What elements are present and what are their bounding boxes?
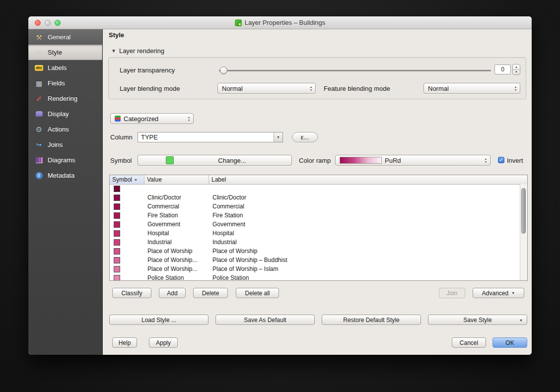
category-color-swatch[interactable] <box>114 203 120 210</box>
table-row[interactable]: CommercialCommercial <box>110 202 527 211</box>
category-color-swatch[interactable] <box>114 230 120 237</box>
window-title: Layer Properties – Buildings <box>245 19 326 26</box>
sidebar-item-label: Rendering <box>48 95 77 102</box>
sidebar-item-labels[interactable]: abc Labels <box>28 60 102 75</box>
sidebar-item-style[interactable]: ✐ Style <box>28 45 102 60</box>
stepper-up-icon[interactable]: ▲ <box>513 65 520 70</box>
category-color-swatch[interactable] <box>114 239 120 246</box>
layer-rendering-section-header[interactable]: ▼ Layer rendering <box>111 47 164 55</box>
stepper-down-icon[interactable]: ▼ <box>513 70 520 75</box>
sidebar-item-label: Diagrams <box>48 156 75 164</box>
expression-builder-button[interactable]: ε... <box>292 132 318 142</box>
feature-blending-mode-select[interactable]: Normal ▲▼ <box>423 83 520 94</box>
table-row[interactable]: Place of Worship...Place of Worship – Is… <box>110 264 527 273</box>
category-color-swatch[interactable] <box>114 186 120 192</box>
transparency-stepper[interactable]: ▲ ▼ <box>512 64 520 75</box>
header-symbol[interactable]: Symbol ▼ <box>110 175 144 184</box>
apply-button[interactable]: Apply <box>149 337 178 348</box>
sidebar-item-fields[interactable]: ▦ Fields <box>28 75 102 91</box>
load-style-button[interactable]: Load Style ... <box>109 315 209 325</box>
category-color-swatch[interactable] <box>114 248 120 255</box>
table-row[interactable] <box>110 184 527 193</box>
sidebar-item-actions[interactable]: ⚙ Actions <box>28 122 102 137</box>
sidebar-item-general[interactable]: ⚒ General <box>28 29 102 45</box>
sidebar-item-rendering[interactable]: ✐ Rendering <box>28 91 102 106</box>
layer-rendering-group: Layer transparency 0 ▲ ▼ Layer blending … <box>108 57 526 99</box>
titlebar[interactable]: Layer Properties – Buildings <box>28 16 532 29</box>
transparency-value-field[interactable]: 0 <box>494 65 511 74</box>
layer-transparency-slider[interactable] <box>219 65 491 75</box>
color-ramp-value: PuRd <box>385 157 401 164</box>
renderer-type-select[interactable]: Categorized ▲▼ <box>110 113 194 124</box>
category-color-swatch[interactable] <box>114 275 120 281</box>
table-row[interactable]: Fire StationFire Station <box>110 211 527 220</box>
delete-button[interactable]: Delete <box>193 288 228 298</box>
invert-label: Invert <box>507 155 523 166</box>
symbol-change-button[interactable]: Change... <box>138 155 292 166</box>
layer-blending-mode-select[interactable]: Normal ▲▼ <box>217 83 316 94</box>
table-row[interactable]: Police StationPolice Station <box>110 273 527 280</box>
header-label[interactable]: Label <box>209 175 527 184</box>
column-label: Column <box>110 132 133 142</box>
category-symbol-cell <box>110 257 144 263</box>
save-style-button[interactable]: Save Style ▼ <box>428 315 527 325</box>
category-symbol-cell <box>110 195 144 201</box>
category-label: Place of Worship <box>209 248 527 255</box>
category-label: Hospital <box>209 230 527 237</box>
column-select[interactable]: TYPE ▼ <box>138 132 283 142</box>
category-color-swatch[interactable] <box>114 221 120 228</box>
sidebar-item-label: Display <box>48 110 69 118</box>
header-value[interactable]: Value <box>144 175 209 184</box>
sidebar-item-diagrams[interactable]: Diagrams <box>28 152 102 168</box>
category-value: Place of Worship <box>144 248 209 255</box>
updown-arrows-icon: ▲▼ <box>485 158 487 163</box>
table-row[interactable]: HospitalHospital <box>110 229 527 238</box>
zoom-button[interactable] <box>55 20 61 26</box>
category-color-swatch[interactable] <box>114 257 120 263</box>
close-button[interactable] <box>35 20 41 26</box>
help-button[interactable]: Help <box>112 337 137 348</box>
sidebar-item-joins[interactable]: ↪ Joins <box>28 137 102 152</box>
category-color-swatch[interactable] <box>114 266 120 272</box>
scrollbar-thumb[interactable] <box>521 188 526 234</box>
invert-checkbox[interactable]: ✓ <box>498 157 504 163</box>
disclosure-triangle-icon[interactable]: ▼ <box>111 48 116 54</box>
category-symbol-cell <box>110 275 144 281</box>
join-arrow-icon: ↪ <box>35 140 43 149</box>
category-value: Industrial <box>144 239 209 246</box>
feature-blend-mode-value: Normal <box>428 85 449 92</box>
cancel-button[interactable]: Cancel <box>452 337 486 348</box>
table-row[interactable]: Place of Worship...Place of Worship – Bu… <box>110 256 527 264</box>
delete-all-button[interactable]: Delete all <box>236 288 279 298</box>
sidebar-item-display[interactable]: Display <box>28 106 102 122</box>
sidebar-item-metadata[interactable]: i Metadata <box>28 168 102 183</box>
slider-handle[interactable] <box>220 66 227 74</box>
category-symbol-cell <box>110 266 144 272</box>
brush-icon: ✐ <box>35 48 43 57</box>
classify-button[interactable]: Classify <box>112 288 151 298</box>
minimize-button[interactable] <box>45 20 51 26</box>
rendering-pen-icon: ✐ <box>35 94 43 103</box>
category-color-swatch[interactable] <box>114 212 120 219</box>
table-row[interactable]: IndustrialIndustrial <box>110 238 527 247</box>
add-button[interactable]: Add <box>159 288 186 298</box>
ok-button[interactable]: OK <box>492 337 527 348</box>
table-row[interactable]: Place of WorshipPlace of Worship <box>110 247 527 256</box>
color-ramp-select[interactable]: PuRd ▲▼ <box>335 155 490 166</box>
save-as-default-button[interactable]: Save As Default <box>215 315 315 325</box>
layer-properties-window: Layer Properties – Buildings ⚒ General ✐… <box>28 16 532 355</box>
advanced-button[interactable]: Advanced ▼ <box>473 288 524 298</box>
restore-default-style-button[interactable]: Restore Default Style <box>322 315 421 325</box>
change-button-label: Change... <box>173 155 291 165</box>
dropdown-arrow-icon[interactable]: ▼ <box>274 132 282 142</box>
slider-track[interactable] <box>219 70 491 71</box>
category-value: Clinic/Doctor <box>144 194 209 201</box>
dropdown-arrow-icon: ▼ <box>511 291 515 295</box>
tools-icon: ⚒ <box>35 33 43 41</box>
vertical-scrollbar[interactable] <box>520 184 527 280</box>
table-row[interactable]: GovernmentGovernment <box>110 220 527 229</box>
dropdown-arrow-icon: ▼ <box>519 318 523 322</box>
category-color-swatch[interactable] <box>114 195 120 201</box>
sort-descending-icon: ▼ <box>134 178 138 182</box>
table-row[interactable]: Clinic/DoctorClinic/Doctor <box>110 193 527 202</box>
